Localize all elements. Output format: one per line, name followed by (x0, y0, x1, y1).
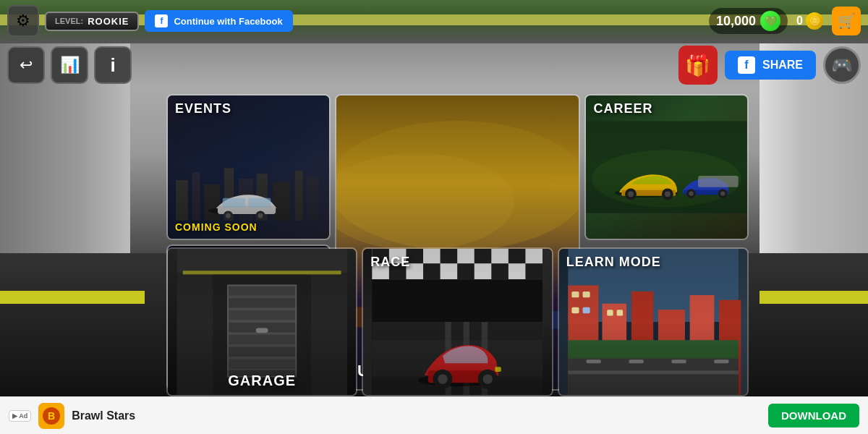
ad-app-name: Brawl Stars (72, 409, 135, 422)
facebook-icon-medium: f (738, 56, 755, 74)
floor-strip-left (0, 291, 145, 304)
ad-left: ▶ Ad B Brawl Stars (9, 403, 135, 429)
facebook-share-button[interactable]: f SHARE (725, 51, 816, 80)
stats-button[interactable]: 📊 (51, 46, 88, 84)
career-overlay (586, 95, 747, 239)
ad-icon: ▶ (12, 412, 17, 420)
top-bar-right: 10,000 💚 0 🪙 🛒 (709, 7, 861, 35)
settings-button[interactable]: ⚙ (7, 5, 39, 37)
ad-app-icon: B (38, 403, 64, 429)
level-value: ROOKIE (88, 16, 129, 27)
ad-label: Ad (19, 412, 27, 420)
race-background (363, 249, 551, 395)
events-sublabel: COMING SOON (175, 221, 258, 233)
gold-currency-display: 0 🪙 (796, 12, 823, 30)
top-bar-left: ⚙ LEVEL: ROOKIE f Continue with Facebook (7, 5, 293, 37)
top-bar: ⚙ LEVEL: ROOKIE f Continue with Facebook… (0, 0, 868, 42)
gold-coin-icon: 🪙 (806, 12, 823, 30)
garage-menu-item[interactable]: GARAGE (166, 247, 357, 396)
steering-icon: 🎮 (831, 55, 853, 75)
share-label: SHARE (762, 59, 803, 72)
gear-icon: ⚙ (16, 12, 30, 30)
gift-icon: 🎁 (685, 54, 710, 77)
download-button[interactable]: DOWNLOAD (768, 404, 859, 427)
floor-strip-right (760, 291, 868, 304)
garage-label: GARAGE (228, 373, 296, 389)
second-bar-right: 🎁 f SHARE 🎮 (678, 46, 861, 85)
exit-icon: ↩ (20, 56, 33, 75)
events-label: EVENTS (175, 101, 231, 116)
race-overlay (363, 249, 551, 395)
events-background (168, 95, 329, 239)
learnmode-overlay (559, 249, 747, 395)
currency-display: 10,000 💚 (709, 8, 788, 34)
learnmode-background (559, 249, 747, 395)
facebook-connect-label: Continue with Facebook (174, 16, 282, 27)
learnmode-label: LEARN MODE (566, 255, 661, 270)
second-bar-left: ↩ 📊 i (7, 46, 132, 84)
events-menu-item[interactable]: EVENTS COMING SOON (166, 94, 331, 240)
download-label: DOWNLOAD (781, 409, 846, 422)
events-overlay (168, 95, 329, 239)
exit-button[interactable]: ↩ (7, 46, 45, 84)
gold-amount: 0 (796, 14, 803, 27)
race-label: RACE (370, 255, 410, 270)
svg-text:B: B (48, 410, 55, 422)
career-label: CAREER (593, 101, 652, 116)
info-icon: i (110, 54, 115, 77)
facebook-icon-small: f (155, 14, 168, 27)
shop-cart-button[interactable]: 🛒 (832, 7, 861, 35)
stats-icon: 📊 (60, 56, 80, 75)
info-button[interactable]: i (94, 46, 132, 84)
career-menu-item[interactable]: CAREER (584, 94, 749, 240)
level-label: LEVEL: (55, 17, 83, 25)
level-badge: LEVEL: ROOKIE (45, 12, 139, 31)
controls-button[interactable]: 🎮 (823, 46, 861, 84)
second-bar: ↩ 📊 i 🎁 f SHARE 🎮 (0, 43, 868, 87)
bottom-menu-row: GARAGE (166, 247, 749, 396)
ad-banner: ▶ Ad B Brawl Stars DOWNLOAD (0, 396, 868, 434)
ad-badge: ▶ Ad (9, 410, 31, 422)
green-coin-icon: 💚 (760, 11, 780, 31)
learnmode-menu-item[interactable]: LEARN MODE (558, 247, 749, 396)
career-background (586, 95, 747, 239)
gift-button[interactable]: 🎁 (678, 46, 718, 85)
brawlstars-icon: B (38, 403, 64, 429)
currency-amount: 10,000 (716, 14, 756, 29)
facebook-connect-button[interactable]: f Continue with Facebook (145, 10, 292, 32)
race-menu-item2[interactable]: RACE (362, 247, 553, 396)
